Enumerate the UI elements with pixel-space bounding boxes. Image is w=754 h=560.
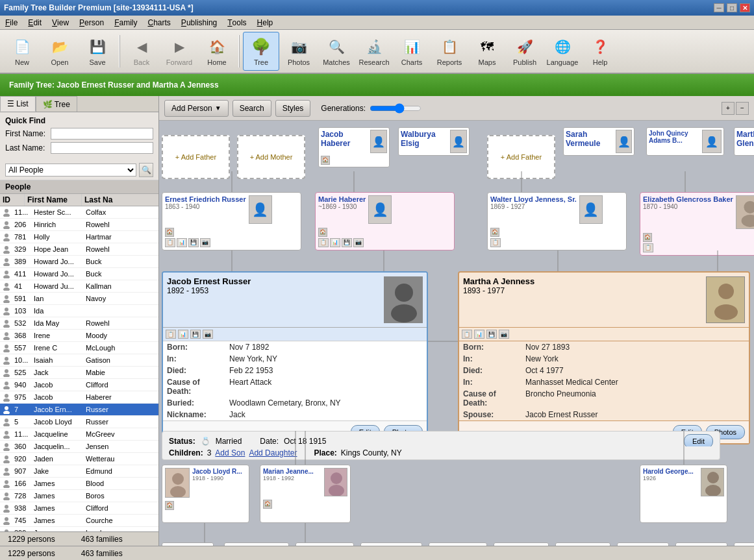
list-item[interactable]: 591 Ian Navoy	[0, 293, 158, 305]
add-father-gp2[interactable]: + Add Father	[487, 135, 555, 179]
generations-slider[interactable]	[370, 103, 421, 114]
list-item[interactable]: 389 Howard Jo... Buck	[0, 256, 158, 268]
jacob-act-3[interactable]: 💾	[190, 330, 201, 339]
zoom-out-btn[interactable]: −	[736, 102, 749, 115]
last-name-input[interactable]	[51, 142, 153, 154]
gp-sarah-name[interactable]: Sarah Vermeule	[566, 130, 614, 148]
menu-edit[interactable]: Edit	[23, 16, 47, 29]
menu-help[interactable]: Help	[252, 16, 279, 29]
marie-action-4[interactable]: 📷	[353, 238, 364, 247]
forward-button[interactable]: ▶ Forward	[161, 32, 197, 71]
martha-act-3[interactable]: 💾	[486, 330, 497, 339]
gp-martha-glencross-name[interactable]: Martha Glencross	[736, 130, 754, 148]
list-item[interactable]: 938 James Clifford	[0, 502, 158, 515]
martha-act-1[interactable]: 📋	[462, 330, 472, 339]
ernest-action-2[interactable]: 📊	[177, 238, 187, 247]
menu-charts[interactable]: Charts	[143, 16, 176, 29]
menu-tools[interactable]: Tools	[222, 16, 251, 29]
list-item[interactable]: 975 Jacob Haberer	[0, 391, 158, 404]
list-item[interactable]: 7 Jacob Ern... Russer	[0, 404, 158, 416]
gc-2-name[interactable]: Lloyd W Russer	[299, 545, 351, 546]
styles-btn[interactable]: Styles	[275, 100, 311, 117]
list-item[interactable]: 5 Jacob Lloyd Russer	[0, 416, 158, 428]
maps-button[interactable]: 🗺 Maps	[469, 32, 505, 71]
jacob-act-2[interactable]: 📊	[178, 330, 188, 339]
gp-john-quincy-name[interactable]: John Quincy Adams B...	[649, 130, 700, 144]
titlebar-controls[interactable]: ─ □ ✕	[714, 3, 750, 12]
martha-details-scroll[interactable]: Born: Nov 27 1893 In: New York Died: Oct…	[459, 341, 749, 420]
charts-button[interactable]: 📊 Charts	[394, 32, 430, 71]
gc-1-name[interactable]: Barbara Jeanne Russer	[227, 545, 286, 546]
list-item[interactable]: 329 Hope Jean Rowehl	[0, 243, 158, 256]
list-item[interactable]: 206 Hinrich Rowehl	[0, 219, 158, 231]
list-item[interactable]: 532 Ida May Rowehl	[0, 317, 158, 330]
list-item[interactable]: 41 Howard Ju... Kallman	[0, 280, 158, 293]
publish-button[interactable]: 🚀 Publish	[507, 32, 543, 71]
marie-name[interactable]: Marie Haberer	[318, 195, 366, 203]
jacob-act-4[interactable]: 📷	[203, 330, 213, 339]
list-item[interactable]: 920 Jaden Wetterau	[0, 453, 158, 465]
add-father-gp1[interactable]: + Add Father	[162, 135, 230, 179]
menu-file[interactable]: File	[0, 16, 23, 29]
ernest-action-4[interactable]: 📷	[200, 238, 210, 247]
walter-name[interactable]: Walter Lloyd Jenness, Sr.	[490, 195, 577, 203]
tab-list[interactable]: ☰ List	[0, 96, 36, 112]
gc-4-name[interactable]: James Lloyd Russer	[432, 545, 484, 546]
save-button[interactable]: 💾 Save	[79, 32, 116, 71]
people-filter-select[interactable]: All People Living Deceased	[5, 164, 136, 177]
add-son-link[interactable]: Add Son	[215, 448, 245, 457]
list-item[interactable]: 399 James Lando...	[0, 527, 158, 531]
list-item[interactable]: 728 James Boros	[0, 490, 158, 502]
jacob-act-1[interactable]: 📋	[166, 330, 176, 339]
elizabeth-action-1[interactable]: 📋	[643, 243, 653, 252]
list-item[interactable]: 360 Jacquelin... Jensen	[0, 441, 158, 453]
walter-action-1[interactable]: 📋	[490, 238, 501, 247]
gp-walburya-name[interactable]: Walburya Elsig	[401, 130, 448, 148]
list-item[interactable]: 10... Isaiah Gatison	[0, 354, 158, 367]
tab-tree[interactable]: 🌿 Tree	[36, 96, 77, 112]
help-button[interactable]: ❓ Help	[582, 32, 618, 71]
list-item[interactable]: 11... Hester Sc... Colfax	[0, 206, 158, 219]
research-button[interactable]: 🔬 Research	[356, 32, 392, 71]
matches-button[interactable]: 🔍 Matches	[318, 32, 355, 71]
search-btn-tree[interactable]: Search	[232, 100, 271, 117]
menu-person[interactable]: Person	[74, 16, 109, 29]
search-btn[interactable]: 🔍	[139, 163, 153, 177]
back-button[interactable]: ◀ Back	[123, 32, 160, 71]
child3-name[interactable]: Harold George...	[643, 468, 698, 475]
list-item[interactable]: 11... Jacqueline McGreev	[0, 428, 158, 441]
child2-name[interactable]: Marian Jeanne...	[263, 468, 321, 475]
gc-5-name[interactable]: Diane Lynn Russer	[497, 545, 546, 546]
martha-name[interactable]: Martha A Jenness	[463, 276, 702, 286]
ernest-action-3[interactable]: 💾	[188, 238, 199, 247]
marie-action-1[interactable]: 📋	[318, 238, 329, 247]
tree-canvas[interactable]: + Add Father + Add Mother Jacob Haberer …	[159, 121, 754, 546]
menu-view[interactable]: View	[47, 16, 74, 29]
list-item[interactable]: 368 Irene Moody	[0, 330, 158, 342]
jacob-name[interactable]: Jacob Ernest Russer	[167, 276, 380, 286]
add-daughter-link[interactable]: Add Daughter	[249, 448, 297, 457]
martha-act-2[interactable]: 📊	[474, 330, 484, 339]
menu-family[interactable]: Family	[109, 16, 142, 29]
photos-button[interactable]: 📷 Photos	[281, 32, 317, 71]
add-mother-gp1[interactable]: + Add Mother	[237, 135, 305, 179]
list-item[interactable]: 525 Jack Mabie	[0, 367, 158, 379]
elizabeth-name[interactable]: Elizabeth Glencross Baker	[643, 195, 733, 203]
reports-button[interactable]: 📋 Reports	[431, 32, 468, 71]
maximize-btn[interactable]: □	[727, 3, 737, 12]
jacob-details-scroll[interactable]: Born: Nov 7 1892 In: New York, NY Died: …	[163, 341, 427, 420]
list-item[interactable]: 907 Jake Edmund	[0, 465, 158, 478]
list-item[interactable]: 166 James Blood	[0, 478, 158, 490]
add-person-btn[interactable]: Add Person ▼	[164, 100, 229, 117]
gc-8-name[interactable]: Karen Ann Russer	[679, 545, 724, 546]
language-button[interactable]: 🌐 Language	[544, 32, 581, 71]
gc-0-name[interactable]: s. Russer	[165, 545, 210, 546]
first-name-input[interactable]	[51, 128, 153, 140]
ernest-name[interactable]: Ernest Friedrich Russer	[165, 195, 246, 203]
marie-action-2[interactable]: 📊	[330, 238, 340, 247]
gp-jacob-haberer-name[interactable]: Jacob Haberer	[321, 130, 368, 148]
list-item[interactable]: 103 Ida	[0, 305, 158, 317]
home-button[interactable]: 🏠 Home	[199, 32, 235, 71]
open-button[interactable]: 📂 Open	[42, 32, 78, 71]
tree-button[interactable]: 🌳 Tree	[243, 32, 279, 71]
